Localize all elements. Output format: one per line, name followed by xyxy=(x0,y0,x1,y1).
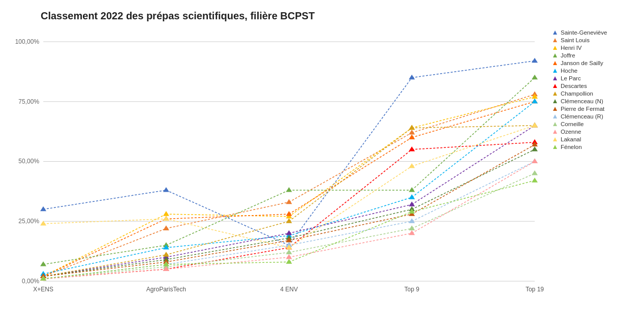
svg-marker-19 xyxy=(40,206,46,212)
svg-line-42 xyxy=(43,245,166,264)
svg-line-72 xyxy=(412,126,535,204)
legend-triangle-icon xyxy=(553,45,558,50)
legend-label: Clémenceau (R) xyxy=(561,113,603,119)
svg-marker-158 xyxy=(532,177,538,183)
svg-line-89 xyxy=(289,128,412,222)
svg-marker-49 xyxy=(409,187,415,192)
legend-triangle-icon xyxy=(553,83,558,88)
legend-label: Pierre de Fermat xyxy=(561,106,604,112)
svg-line-53 xyxy=(289,137,412,214)
svg-marker-30 xyxy=(286,199,292,204)
legend-triangle-icon xyxy=(553,114,558,119)
legend-item: Lakanal xyxy=(553,136,634,142)
svg-marker-160 xyxy=(553,38,557,42)
svg-line-98 xyxy=(289,209,412,238)
svg-text:100,00%: 100,00% xyxy=(15,38,40,45)
legend-label: Henri IV xyxy=(561,45,582,51)
svg-marker-149 xyxy=(532,123,538,128)
chart-svg: 0,00%25,00%50,00%75,00%100,00%X+ENSAgroP… xyxy=(10,27,545,311)
svg-line-26 xyxy=(289,133,412,202)
legend-triangle-icon xyxy=(553,38,558,43)
legend-item: Descartes xyxy=(553,83,634,89)
svg-marker-168 xyxy=(553,99,557,103)
svg-marker-130 xyxy=(409,225,415,230)
svg-text:AgroParisTech: AgroParisTech xyxy=(146,286,186,293)
svg-marker-163 xyxy=(553,61,557,65)
legend-item: Pierre de Fermat xyxy=(553,106,634,112)
legend-label: Janson de Sailly xyxy=(561,60,603,66)
svg-marker-159 xyxy=(553,31,557,35)
svg-text:50,00%: 50,00% xyxy=(18,158,39,165)
svg-marker-170 xyxy=(553,114,557,118)
legend-triangle-icon xyxy=(553,61,558,66)
legend-triangle-icon xyxy=(553,68,558,73)
legend-triangle-icon xyxy=(553,99,558,104)
svg-marker-166 xyxy=(553,84,557,88)
svg-marker-58 xyxy=(409,134,415,139)
svg-marker-169 xyxy=(553,107,557,111)
legend-triangle-icon xyxy=(553,106,558,111)
svg-marker-76 xyxy=(409,201,415,206)
legend-item: Corneille xyxy=(553,121,634,127)
svg-line-35 xyxy=(289,128,412,217)
svg-line-99 xyxy=(412,149,535,209)
svg-marker-57 xyxy=(286,211,292,216)
svg-marker-165 xyxy=(553,76,557,80)
svg-line-144 xyxy=(412,126,535,166)
svg-marker-129 xyxy=(286,249,292,254)
svg-line-107 xyxy=(289,214,412,241)
legend-triangle-icon xyxy=(553,30,558,35)
legend-item: Champollion xyxy=(553,91,634,97)
svg-marker-162 xyxy=(553,53,557,57)
legend-label: Fénelon xyxy=(561,144,582,150)
legend-item: Clémenceau (N) xyxy=(553,98,634,104)
svg-text:75,00%: 75,00% xyxy=(18,98,39,105)
svg-marker-46 xyxy=(40,261,46,266)
legend-item: Le Parc xyxy=(553,75,634,81)
legend-label: Clémenceau (N) xyxy=(561,98,603,104)
svg-marker-20 xyxy=(163,187,169,192)
legend-label: Corneille xyxy=(561,121,584,127)
svg-marker-68 xyxy=(532,99,538,104)
svg-marker-139 xyxy=(409,230,415,235)
legend-triangle-icon xyxy=(553,53,558,58)
svg-marker-173 xyxy=(553,137,557,141)
svg-marker-75 xyxy=(286,230,292,235)
svg-marker-174 xyxy=(553,145,557,149)
svg-marker-50 xyxy=(532,75,538,80)
svg-marker-92 xyxy=(163,252,169,257)
svg-marker-67 xyxy=(409,194,415,199)
legend-area: Sainte-GenevièveSaint LouisHenri IVJoffr… xyxy=(545,27,634,311)
svg-marker-121 xyxy=(409,218,415,223)
svg-marker-164 xyxy=(553,69,557,73)
svg-line-88 xyxy=(166,221,289,255)
svg-line-54 xyxy=(412,102,535,138)
chart-container: Classement 2022 des prépas scientifiques… xyxy=(0,0,644,330)
svg-line-61 xyxy=(166,235,289,248)
legend-item: Sainte-Geneviève xyxy=(553,29,634,36)
svg-line-126 xyxy=(412,173,535,228)
chart-plot-area: 0,00%25,00%50,00%75,00%100,00%X+ENSAgroP… xyxy=(10,27,545,311)
legend-label: Saint Louis xyxy=(561,37,590,43)
legend-label: Champollion xyxy=(561,91,593,97)
svg-text:0,00%: 0,00% xyxy=(22,278,39,285)
legend-item: Fénelon xyxy=(553,144,634,150)
legend-label: Joffre xyxy=(561,52,575,58)
legend-triangle-icon xyxy=(553,76,558,81)
svg-line-135 xyxy=(412,161,535,233)
svg-marker-38 xyxy=(163,211,169,216)
legend-triangle-icon xyxy=(553,137,558,142)
svg-line-71 xyxy=(289,204,412,233)
svg-marker-48 xyxy=(286,187,292,192)
svg-marker-93 xyxy=(286,218,292,223)
svg-line-18 xyxy=(412,61,535,78)
svg-marker-31 xyxy=(409,130,415,135)
legend-item: Henri IV xyxy=(553,45,634,51)
svg-marker-104 xyxy=(532,146,538,152)
svg-marker-172 xyxy=(553,130,557,134)
legend-item: Janson de Sailly xyxy=(553,60,634,66)
svg-text:Top 19: Top 19 xyxy=(526,286,544,293)
svg-marker-167 xyxy=(553,92,557,96)
svg-marker-156 xyxy=(286,259,292,264)
svg-line-60 xyxy=(43,248,166,274)
